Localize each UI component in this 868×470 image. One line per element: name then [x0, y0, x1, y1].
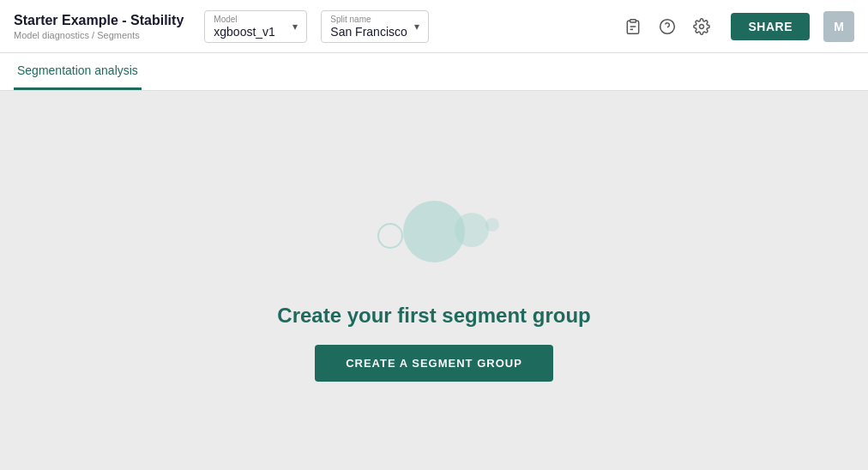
bubble-medium-right	[455, 213, 489, 247]
app-title: Starter Example - Stability	[14, 13, 184, 28]
split-dropdown-value: San Francisco	[330, 25, 407, 39]
settings-button[interactable]	[686, 11, 717, 42]
clipboard-button[interactable]	[618, 11, 648, 42]
split-dropdown-inner: Split name San Francisco	[330, 15, 407, 39]
gear-icon	[693, 18, 710, 35]
tab-segmentation-analysis[interactable]: Segmentation analysis	[14, 53, 142, 90]
bubble-small-left	[377, 223, 403, 249]
svg-point-3	[660, 19, 675, 33]
question-icon	[659, 18, 676, 35]
main-content: Create your first segment group CREATE A…	[0, 91, 868, 470]
split-dropdown[interactable]: Split name San Francisco ▾	[321, 10, 428, 43]
header-icons-group	[618, 11, 717, 42]
svg-rect-0	[630, 19, 636, 21]
tab-bar: Segmentation analysis	[0, 53, 868, 91]
avatar[interactable]: M	[823, 11, 854, 42]
model-chevron-icon: ▾	[292, 21, 298, 33]
empty-state-title: Create your first segment group	[277, 304, 590, 328]
create-segment-group-button[interactable]: CREATE A SEGMENT GROUP	[315, 345, 553, 382]
breadcrumb-sep: /	[89, 30, 97, 40]
split-chevron-icon: ▾	[414, 21, 419, 33]
model-dropdown[interactable]: Model xgboost_v1 ▾	[204, 10, 307, 43]
breadcrumb-segments: Segments	[97, 30, 140, 40]
model-dropdown-inner: Model xgboost_v1	[214, 15, 286, 39]
app-header: Starter Example - Stability Model diagno…	[0, 0, 868, 53]
app-subtitle: Model diagnostics / Segments	[14, 30, 184, 40]
clipboard-icon	[624, 18, 642, 35]
model-dropdown-label: Model	[214, 15, 286, 25]
help-button[interactable]	[652, 11, 683, 42]
empty-state-illustration	[365, 180, 503, 283]
bubble-tiny	[485, 218, 499, 232]
app-title-area: Starter Example - Stability Model diagno…	[14, 13, 184, 40]
svg-point-5	[700, 24, 704, 28]
split-dropdown-label: Split name	[330, 15, 407, 25]
share-button[interactable]: SHARE	[731, 13, 810, 40]
breadcrumb-diagnostics: Model diagnostics	[14, 30, 89, 40]
model-dropdown-value: xgboost_v1	[214, 25, 286, 39]
